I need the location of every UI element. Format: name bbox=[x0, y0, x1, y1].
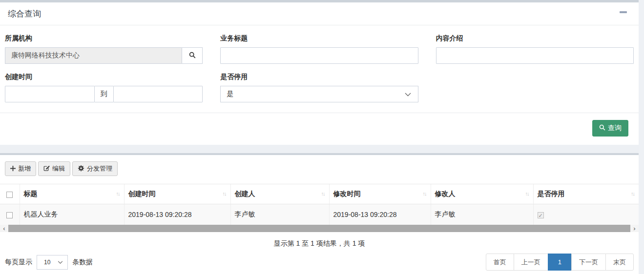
sort-icon[interactable]: ↑↓ bbox=[321, 191, 326, 196]
create-time-label: 创建时间 bbox=[5, 73, 203, 81]
pagination-prev[interactable]: 上一页 bbox=[514, 254, 548, 271]
page-size-prefix: 每页显示 bbox=[5, 258, 32, 267]
sort-icon[interactable]: ↑↓ bbox=[525, 191, 530, 196]
results-panel: 新增 编辑 分发管理 bbox=[0, 155, 639, 274]
column-header-disabled[interactable]: 是否停用 ↑↓ bbox=[533, 184, 639, 204]
chevron-down-icon bbox=[405, 90, 411, 98]
create-time-from-input[interactable] bbox=[5, 86, 95, 102]
sort-icon[interactable]: ↑↓ bbox=[423, 191, 427, 196]
cogs-icon bbox=[78, 165, 84, 173]
org-input[interactable] bbox=[5, 47, 182, 64]
column-header-label: 修改时间 bbox=[333, 190, 361, 197]
search-button[interactable]: 查询 bbox=[592, 120, 628, 137]
create-time-range: 到 bbox=[5, 86, 203, 102]
cell-disabled: ✓ bbox=[533, 204, 639, 225]
collapse-panel-button[interactable] bbox=[620, 11, 627, 13]
biz-title-label: 业务标题 bbox=[220, 34, 418, 43]
distribute-button-label: 分发管理 bbox=[87, 164, 112, 173]
is-disabled-selected-value: 是 bbox=[227, 90, 233, 98]
plus-icon bbox=[10, 165, 16, 173]
search-button-label: 查询 bbox=[608, 124, 622, 133]
cell-creator: 李卢敏 bbox=[230, 204, 329, 225]
field-create-time: 创建时间 到 bbox=[5, 71, 203, 102]
select-all-checkbox[interactable] bbox=[6, 192, 13, 198]
search-icon bbox=[599, 124, 605, 132]
query-actions: 查询 bbox=[0, 113, 639, 145]
results-summary: 显示第 1 至 1 项结果，共 1 项 bbox=[0, 232, 639, 249]
edit-pencil-square-icon bbox=[43, 165, 50, 173]
panel-gap bbox=[0, 145, 639, 153]
disabled-checked-checkbox: ✓ bbox=[538, 212, 544, 218]
org-label: 所属机构 bbox=[5, 34, 203, 43]
query-panel: 综合查询 所属机构 bbox=[0, 2, 639, 145]
sort-icon[interactable]: ↑↓ bbox=[223, 191, 227, 196]
column-header-title[interactable]: 标题 ↑↓ bbox=[20, 184, 124, 204]
table-header-row: 标题 ↑↓ 创建时间 ↑↓ 创建人 ↑↓ 修改时间 ↑↓ bbox=[0, 184, 639, 204]
column-header-label: 创建时间 bbox=[128, 190, 156, 197]
horizontal-scrollbar: ‹ › bbox=[0, 225, 639, 232]
column-header-created[interactable]: 创建时间 ↑↓ bbox=[124, 184, 230, 204]
page-content: 综合查询 所属机构 bbox=[0, 2, 639, 274]
pagination-page-1[interactable]: 1 bbox=[548, 254, 572, 271]
column-header-label: 修改人 bbox=[435, 190, 456, 197]
field-content-intro: 内容介绍 bbox=[436, 32, 634, 64]
page-size-select[interactable]: 10 bbox=[37, 255, 68, 270]
org-search-button[interactable] bbox=[182, 47, 203, 64]
row-checkbox[interactable] bbox=[6, 212, 13, 218]
column-header-label: 创建人 bbox=[235, 190, 255, 197]
query-form-row-2: 创建时间 到 是否停用 是 bbox=[0, 64, 639, 102]
cell-title: 机器人业务 bbox=[20, 204, 124, 225]
scrollbar-thumb[interactable] bbox=[8, 225, 630, 232]
cell-modifier: 李卢敏 bbox=[431, 204, 533, 225]
pagination: 首页 上一页 1 下一页 末页 bbox=[486, 254, 634, 271]
field-biz-title: 业务标题 bbox=[220, 32, 418, 64]
edit-button[interactable]: 编辑 bbox=[38, 161, 70, 176]
edit-button-label: 编辑 bbox=[52, 164, 65, 173]
is-disabled-select[interactable]: 是 bbox=[220, 86, 418, 102]
table-row[interactable]: 机器人业务 2019-08-13 09:20:28 李卢敏 2019-08-13… bbox=[0, 204, 639, 225]
column-header-creator[interactable]: 创建人 ↑↓ bbox=[230, 184, 329, 204]
sort-icon[interactable]: ↑↓ bbox=[631, 191, 635, 196]
pagination-first[interactable]: 首页 bbox=[486, 254, 514, 271]
field-is-disabled: 是否停用 是 bbox=[220, 71, 418, 102]
sort-icon[interactable]: ↑↓ bbox=[116, 191, 121, 196]
query-form-row-1: 所属机构 业务标题 bbox=[0, 25, 639, 64]
distribute-button[interactable]: 分发管理 bbox=[72, 161, 118, 176]
table-footer-bar: 每页显示 10 条数据 首页 上一页 1 下一页 末页 bbox=[0, 249, 639, 271]
is-disabled-label: 是否停用 bbox=[220, 73, 418, 81]
create-time-to-input[interactable] bbox=[113, 86, 203, 102]
results-table: 标题 ↑↓ 创建时间 ↑↓ 创建人 ↑↓ 修改时间 ↑↓ bbox=[0, 184, 639, 225]
column-header-modified[interactable]: 修改时间 ↑↓ bbox=[329, 184, 431, 204]
page-size-control: 每页显示 10 条数据 bbox=[5, 255, 93, 270]
add-button[interactable]: 新增 bbox=[5, 161, 36, 176]
field-org: 所属机构 bbox=[5, 32, 203, 64]
column-header-label: 是否停用 bbox=[538, 190, 565, 197]
select-all-header bbox=[0, 184, 20, 204]
org-input-group bbox=[5, 47, 203, 64]
pagination-next[interactable]: 下一页 bbox=[571, 254, 606, 271]
scroll-right-arrow[interactable]: › bbox=[630, 225, 639, 232]
search-icon bbox=[189, 52, 196, 60]
page-size-suffix: 条数据 bbox=[72, 258, 93, 267]
table-toolbar: 新增 编辑 分发管理 bbox=[0, 161, 639, 184]
row-select-cell bbox=[0, 204, 20, 225]
page-title: 综合查询 bbox=[8, 9, 41, 19]
date-range-separator: 到 bbox=[95, 86, 113, 102]
cell-created: 2019-08-13 09:20:28 bbox=[124, 204, 230, 225]
empty-cell bbox=[436, 71, 634, 102]
column-header-modifier[interactable]: 修改人 ↑↓ bbox=[431, 184, 533, 204]
add-button-label: 新增 bbox=[18, 164, 31, 173]
chevron-down-icon bbox=[58, 259, 63, 266]
content-intro-input[interactable] bbox=[436, 47, 634, 64]
scroll-left-arrow[interactable]: ‹ bbox=[0, 225, 8, 232]
page-size-value: 10 bbox=[44, 259, 50, 266]
column-header-label: 标题 bbox=[24, 190, 38, 197]
cell-modified: 2019-08-13 09:20:28 bbox=[329, 204, 431, 225]
minus-icon bbox=[620, 11, 627, 13]
query-panel-header: 综合查询 bbox=[0, 2, 639, 25]
biz-title-input[interactable] bbox=[220, 47, 418, 64]
pagination-last[interactable]: 末页 bbox=[605, 254, 634, 271]
content-intro-label: 内容介绍 bbox=[436, 34, 634, 43]
